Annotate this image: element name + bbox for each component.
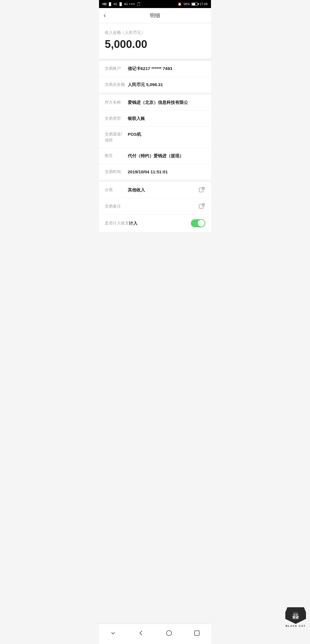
detail-label-type: 交易类型 (105, 115, 128, 121)
detail-label-time: 交易时间 (105, 169, 128, 175)
detail-section-2: 对方名称 爱钱进（北京）信息科技有限公 交易类型 银联入账 交易渠道/ 场所 P… (99, 95, 211, 180)
status-right: ⏰ 58% 17:09 (178, 2, 208, 6)
detail-label-account: 交易账户 (105, 65, 128, 71)
battery-percent: 58% (183, 2, 190, 6)
detail-value-type: 银联入账 (128, 115, 205, 122)
detail-section: 交易账户 借记卡6217 ****** 7493 交易后余额 人民币元 5,09… (99, 61, 211, 92)
nav-bar: ‹ 明细 (99, 8, 211, 23)
speed-label: 0 K/s (129, 3, 135, 5)
edit-section: 分类 其他收入 交易备注 是否计入收支 计入 (99, 182, 211, 232)
detail-row-time: 交易时间 2019/10/04 11:51:01 (99, 164, 211, 180)
amount-label: 收入金额（人民币元） (105, 30, 205, 35)
signal-icon: ▐▌ (108, 2, 112, 6)
detail-label-counterparty: 对方名称 (105, 99, 128, 105)
edit-label-include: 是否计入收支 (105, 221, 129, 226)
edit-label-notes: 交易备注 (105, 204, 128, 209)
tiktok-icon: 🎵 (136, 2, 141, 6)
signal3-label: 4G (124, 3, 128, 6)
detail-row-balance: 交易后余额 人民币元 5,098.31 (99, 77, 211, 93)
status-left: HD ▐▌ 4G ▐▌ 4G 0 K/s 🎵 (102, 2, 141, 6)
svg-rect-0 (199, 188, 203, 192)
detail-label-remark: 附言 (105, 153, 128, 159)
battery-icon (191, 3, 198, 6)
edit-row-include[interactable]: 是否计入收支 计入 (99, 215, 211, 232)
amount-value: 5,000.00 (105, 38, 205, 51)
detail-value-balance: 人民币元 5,098.31 (128, 82, 205, 88)
edit-row-category[interactable]: 分类 其他收入 (99, 182, 211, 198)
detail-value-account: 借记卡6217 ****** 7493 (128, 65, 205, 72)
detail-row-remark: 附言 代付（特约）爱钱进（提现） (99, 148, 211, 164)
detail-row-type: 交易类型 银联入账 (99, 111, 211, 127)
notes-edit-icon[interactable] (198, 203, 205, 210)
time-label: 17:09 (199, 2, 208, 6)
detail-row-account: 交易账户 借记卡6217 ****** 7493 (99, 61, 211, 77)
spacer (99, 234, 211, 257)
svg-rect-2 (199, 204, 203, 208)
page-title: 明细 (150, 12, 160, 19)
signal2-label: 4G (113, 3, 117, 6)
detail-value-counterparty: 爱钱进（北京）信息科技有限公 (128, 99, 205, 106)
edit-row-notes[interactable]: 交易备注 (99, 198, 211, 215)
detail-value-remark: 代付（特约）爱钱进（提现） (128, 153, 205, 159)
battery-fill (192, 3, 195, 5)
detail-value-channel: POS机 (128, 131, 205, 138)
hd-label: HD (102, 3, 106, 6)
toggle-knob (198, 220, 205, 227)
back-button[interactable]: ‹ (104, 12, 106, 19)
detail-row-counterparty: 对方名称 爱钱进（北京）信息科技有限公 (99, 95, 211, 111)
edit-value-category: 其他收入 (128, 187, 198, 193)
amount-section: 收入金额（人民币元） 5,000.00 (99, 23, 211, 61)
detail-row-channel: 交易渠道/ 场所 POS机 (99, 127, 211, 148)
edit-value-include: 计入 (129, 221, 191, 226)
detail-value-time: 2019/10/04 11:51:01 (128, 169, 205, 175)
category-edit-icon[interactable] (198, 187, 205, 193)
detail-label-channel: 交易渠道/ 场所 (105, 131, 128, 143)
signal2-icon: ▐▌ (118, 2, 123, 6)
alarm-icon: ⏰ (178, 2, 182, 6)
edit-label-category: 分类 (105, 187, 128, 193)
detail-label-balance: 交易后余额 (105, 82, 128, 88)
include-toggle[interactable] (191, 219, 205, 227)
status-bar: HD ▐▌ 4G ▐▌ 4G 0 K/s 🎵 ⏰ 58% 17:09 (99, 0, 211, 8)
